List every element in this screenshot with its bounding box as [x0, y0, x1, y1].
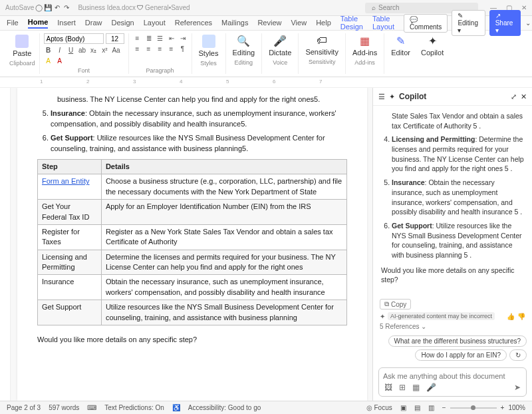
- text-predictions[interactable]: Text Predictions: On: [104, 404, 164, 411]
- italic-icon[interactable]: I: [55, 45, 65, 55]
- tab-help[interactable]: Help: [316, 19, 331, 28]
- underline-icon[interactable]: U: [66, 45, 76, 55]
- tab-home[interactable]: Home: [28, 18, 49, 29]
- references-toggle[interactable]: 5 References ⌄: [380, 323, 525, 330]
- followup-text: Would you like more details on any speci…: [37, 335, 347, 345]
- addins-button[interactable]: ▦Add-ins: [350, 33, 380, 58]
- case-icon[interactable]: Aa: [112, 45, 121, 55]
- tab-table-design[interactable]: Table Design: [340, 15, 363, 32]
- tab-references[interactable]: References: [175, 19, 212, 28]
- align-right-icon[interactable]: ≡: [156, 44, 165, 53]
- tab-mailings[interactable]: Mailings: [221, 19, 248, 28]
- highlight-icon[interactable]: A: [44, 56, 53, 65]
- accessibility-status[interactable]: Accessibility: Good to go: [188, 404, 261, 411]
- group-sensitivity: Sensitivity: [309, 59, 336, 65]
- suggestion-chip[interactable]: What are the different business structur…: [388, 335, 527, 347]
- collapse-ribbon-icon[interactable]: ⌄: [525, 19, 531, 28]
- bullets-icon[interactable]: ≡: [133, 33, 142, 43]
- group-styles: Styles: [200, 60, 217, 67]
- styles-button[interactable]: Styles: [196, 33, 221, 59]
- zoom-out[interactable]: −: [442, 404, 446, 411]
- justify-icon[interactable]: ≡: [167, 44, 176, 53]
- send-icon[interactable]: ➤: [514, 383, 521, 392]
- sparkle-icon: ✦: [380, 313, 385, 320]
- sensitivity-button[interactable]: 🏷Sensitivity: [303, 33, 341, 57]
- autosave-toggle[interactable]: ◯: [34, 3, 43, 13]
- paste-button[interactable]: Paste: [10, 33, 34, 59]
- view-print-icon[interactable]: ▤: [414, 404, 420, 411]
- list-item: Insurance: Obtain the necessary insuranc…: [392, 178, 524, 217]
- zoom-slider[interactable]: [450, 407, 497, 409]
- editor-button[interactable]: ✎Editor: [388, 33, 413, 58]
- dictate-button[interactable]: 🎤Dictate: [266, 33, 294, 58]
- search-placeholder: Search: [378, 4, 400, 11]
- bold-icon[interactable]: B: [44, 45, 53, 55]
- share-button[interactable]: ↗ Share ▾: [489, 10, 521, 36]
- zoom-level[interactable]: 100%: [508, 404, 525, 411]
- badge-label: General: [145, 4, 169, 11]
- view-read-icon[interactable]: ▣: [400, 404, 406, 411]
- font-name-select[interactable]: [44, 33, 104, 44]
- tab-review[interactable]: Review: [257, 19, 281, 28]
- tab-insert[interactable]: Insert: [57, 19, 76, 28]
- apps-icon[interactable]: ▦: [412, 383, 420, 392]
- attach-icon[interactable]: 🖼: [384, 383, 392, 392]
- group-font: Font: [78, 67, 90, 74]
- page-status[interactable]: Page 2 of 3: [7, 404, 41, 411]
- multilevel-icon[interactable]: ☰: [156, 33, 165, 43]
- tab-design[interactable]: Design: [111, 19, 134, 28]
- hamburger-icon[interactable]: ☰: [378, 93, 385, 101]
- word-count[interactable]: 597 words: [49, 404, 79, 411]
- copilot-input-box[interactable]: 🖼 ⊞ ▦ 🎤 ➤: [378, 367, 527, 397]
- accessibility-icon: ♿: [172, 404, 180, 411]
- focus-mode[interactable]: ◎ Focus: [366, 404, 392, 411]
- pilcrow-icon[interactable]: ¶: [178, 44, 188, 53]
- tab-draw[interactable]: Draw: [85, 19, 102, 28]
- document-page[interactable]: business. The NY License Center can help…: [17, 88, 367, 401]
- thumbs-down-icon[interactable]: 👎: [517, 313, 525, 320]
- list-item: Get Support: Utilize resources like the …: [51, 133, 347, 154]
- group-clipboard: Clipboard: [9, 60, 35, 67]
- indent-inc-icon[interactable]: ⇥: [178, 33, 188, 43]
- col-step: Step: [38, 159, 102, 174]
- copilot-button[interactable]: ✦Copilot: [418, 33, 446, 58]
- refresh-suggestions[interactable]: ↻: [509, 349, 527, 361]
- comments-button[interactable]: 💬 Comments: [404, 14, 448, 33]
- expand-icon[interactable]: ⤢: [511, 93, 517, 101]
- copilot-response: State Sales Tax Vendor and obtain a sale…: [373, 106, 532, 296]
- save-icon[interactable]: 💾: [43, 3, 53, 13]
- suggestion-chip[interactable]: How do I apply for an EIN?: [415, 349, 507, 361]
- editing-menu[interactable]: 🔍Editing: [230, 33, 258, 58]
- font-color-icon[interactable]: A: [55, 56, 65, 65]
- grid-icon[interactable]: ⊞: [399, 383, 406, 392]
- numbering-icon[interactable]: ≣: [144, 33, 154, 43]
- horizontal-ruler[interactable]: 1234567: [0, 77, 532, 88]
- zoom-in[interactable]: +: [501, 404, 505, 411]
- col-details: Details: [101, 159, 346, 174]
- view-web-icon[interactable]: ▥: [428, 404, 434, 411]
- group-editing: Editing: [235, 59, 253, 66]
- tab-file[interactable]: File: [7, 19, 19, 28]
- document-name: Business Idea.docx: [78, 4, 136, 11]
- document-area[interactable]: business. The NY License Center can help…: [0, 88, 372, 401]
- copy-button[interactable]: ⧉ Copy: [380, 299, 411, 310]
- tab-layout[interactable]: Layout: [144, 19, 166, 28]
- editing-button[interactable]: ✎ Editing ▾: [452, 10, 485, 36]
- redo-icon[interactable]: ↷: [62, 3, 71, 13]
- subscript-icon[interactable]: x₂: [89, 45, 98, 55]
- copilot-input[interactable]: [383, 372, 522, 380]
- font-size-select[interactable]: [106, 33, 124, 44]
- steps-table[interactable]: StepDetails Form an EntityChoose a busin…: [37, 159, 347, 325]
- indent-dec-icon[interactable]: ⇤: [167, 33, 176, 43]
- vertical-ruler[interactable]: [0, 88, 11, 401]
- tab-view[interactable]: View: [291, 19, 307, 28]
- thumbs-up-icon[interactable]: 👍: [507, 313, 515, 320]
- align-center-icon[interactable]: ≡: [144, 44, 154, 53]
- tab-table-layout[interactable]: Table Layout: [372, 15, 394, 32]
- superscript-icon[interactable]: x²: [100, 45, 110, 55]
- strike-icon[interactable]: ab: [78, 45, 87, 55]
- align-left-icon[interactable]: ≡: [133, 44, 142, 53]
- mic-icon[interactable]: 🎤: [426, 383, 436, 392]
- close-pane-icon[interactable]: ✕: [521, 93, 527, 101]
- undo-icon[interactable]: ↶: [53, 3, 62, 13]
